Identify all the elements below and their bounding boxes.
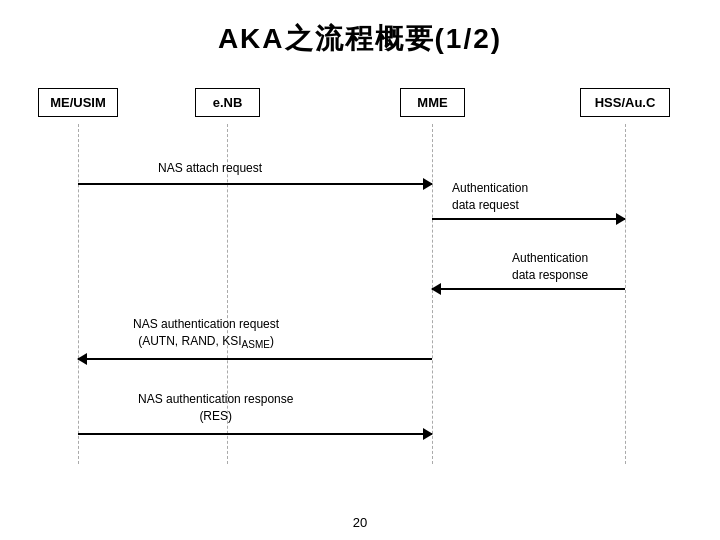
arrow-auth-data-req: Authentication data request <box>432 218 625 220</box>
arrow-line-auth-req <box>432 218 625 220</box>
label-nas-auth-resp: NAS authentication response (RES) <box>138 391 293 425</box>
subscript-asme: ASME <box>242 339 270 350</box>
entity-enb: e.NB <box>195 88 260 117</box>
arrow-line-nas-auth-req <box>78 358 432 360</box>
label-auth-data-resp: Authentication data response <box>512 250 588 284</box>
page: AKA之流程概要(1/2) ME/USIM e.NB MME HSS/Au.C … <box>0 0 720 540</box>
label-auth-data-req: Authentication data request <box>452 180 528 214</box>
arrow-line-auth-resp <box>432 288 625 290</box>
entity-mme: MME <box>400 88 465 117</box>
arrow-nas-attach: NAS attach request <box>78 183 432 185</box>
arrow-nas-auth-req: NAS authentication request (AUTN, RAND, … <box>78 358 432 360</box>
lifeline-me <box>78 124 79 464</box>
label-nas-auth-req: NAS authentication request (AUTN, RAND, … <box>133 316 279 352</box>
arrow-line-nas-auth-resp <box>78 433 432 435</box>
arrow-auth-data-resp: Authentication data response <box>432 288 625 290</box>
lifeline-hss <box>625 124 626 464</box>
page-title: AKA之流程概要(1/2) <box>20 20 700 58</box>
arrow-line-nas-attach <box>78 183 432 185</box>
arrow-nas-auth-resp: NAS authentication response (RES) <box>78 433 432 435</box>
label-nas-attach: NAS attach request <box>158 161 262 175</box>
entity-me: ME/USIM <box>38 88 118 117</box>
page-number: 20 <box>353 515 367 530</box>
sequence-diagram: ME/USIM e.NB MME HSS/Au.C NAS attach req… <box>20 88 700 508</box>
entity-hss: HSS/Au.C <box>580 88 670 117</box>
